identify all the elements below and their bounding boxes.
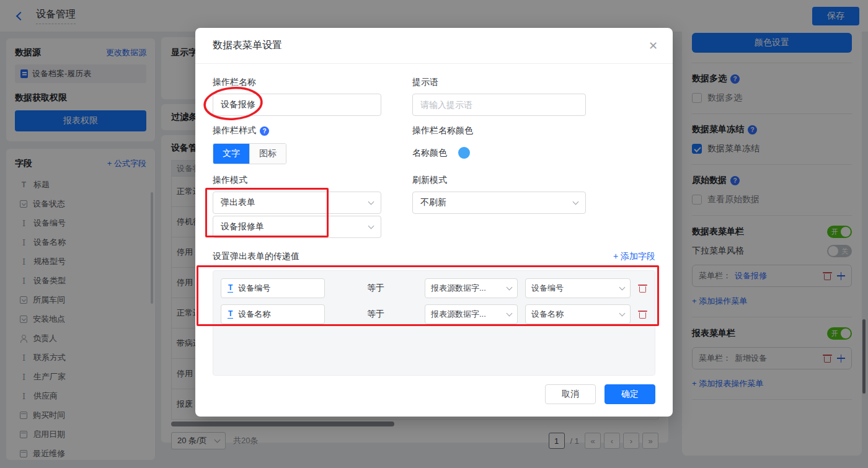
- target-form-value: 设备报修单: [221, 221, 264, 232]
- action-mode-select[interactable]: 弹出表单: [213, 192, 381, 214]
- source-field-select[interactable]: 设备名称: [525, 304, 631, 324]
- delete-row-icon[interactable]: [639, 311, 646, 319]
- chevron-down-icon: [619, 310, 626, 316]
- confirm-button[interactable]: 确定: [604, 384, 655, 404]
- text-field-icon: T: [228, 310, 233, 319]
- transfer-row: T 设备编号 等于 报表源数据字... 设备编号: [221, 278, 647, 298]
- target-form-select[interactable]: 设备报修单: [213, 216, 381, 238]
- source-field-value: 设备编号: [531, 283, 564, 294]
- refresh-mode-select[interactable]: 不刷新: [412, 192, 586, 214]
- source-type-select[interactable]: 报表源数据字...: [425, 304, 518, 324]
- transfer-field-input[interactable]: T 设备编号: [221, 278, 325, 298]
- source-field-select[interactable]: 设备编号: [525, 278, 631, 298]
- action-bar-style-label: 操作栏样式: [213, 125, 256, 136]
- source-type-value: 报表源数据字...: [431, 283, 486, 294]
- chevron-down-icon: [368, 198, 374, 205]
- refresh-mode-value: 不刷新: [420, 197, 446, 208]
- transfer-row: T 设备名称 等于 报表源数据字... 设备名称: [221, 304, 647, 324]
- source-type-value: 报表源数据字...: [431, 309, 486, 320]
- action-bar-name-label: 操作栏名称: [213, 76, 381, 89]
- chevron-down-icon: [507, 284, 513, 290]
- style-segmented-control: 文字 图标: [213, 143, 286, 164]
- chevron-down-icon: [619, 284, 626, 290]
- transfer-values-panel: T 设备编号 等于 报表源数据字... 设备编号: [213, 270, 655, 376]
- style-option-icon[interactable]: 图标: [249, 144, 286, 164]
- name-color-label: 名称颜色: [412, 148, 447, 159]
- transfer-values-label: 设置弹出表单的传递值: [213, 250, 299, 263]
- delete-row-icon[interactable]: [639, 285, 646, 293]
- style-option-text[interactable]: 文字: [213, 144, 249, 164]
- action-bar-name-input[interactable]: [213, 94, 381, 116]
- add-field-link[interactable]: + 添加字段: [613, 251, 655, 262]
- source-type-select[interactable]: 报表源数据字...: [425, 278, 518, 298]
- action-mode-label: 操作模式: [213, 174, 381, 187]
- close-icon[interactable]: [649, 40, 658, 51]
- chevron-down-icon: [507, 310, 513, 316]
- operator-label: 等于: [367, 283, 392, 294]
- chevron-down-icon: [573, 198, 579, 205]
- color-swatch[interactable]: [458, 147, 470, 159]
- source-field-value: 设备名称: [531, 309, 564, 320]
- action-bar-name-color-label: 操作栏名称颜色: [412, 125, 586, 137]
- chevron-down-icon: [368, 223, 374, 229]
- cancel-button[interactable]: 取消: [545, 384, 596, 404]
- transfer-field-value: 设备编号: [238, 283, 270, 294]
- text-field-icon: T: [228, 284, 233, 293]
- tip-label: 提示语: [412, 76, 586, 89]
- data-table-menu-settings-modal: 数据表菜单设置 操作栏名称 提示语 操作栏样式 文字 图标: [195, 28, 673, 417]
- action-mode-value: 弹出表单: [221, 197, 255, 208]
- modal-title: 数据表菜单设置: [213, 39, 282, 52]
- app-root: 设备管理 保存 数据源 更改数据源 设备档案-履历表 数据获取权限 报表权限 字…: [0, 0, 868, 468]
- refresh-mode-label: 刷新模式: [412, 174, 586, 187]
- tip-input[interactable]: [412, 94, 586, 116]
- transfer-field-value: 设备名称: [238, 309, 270, 320]
- help-icon[interactable]: [260, 126, 269, 136]
- transfer-field-input[interactable]: T 设备名称: [221, 304, 325, 324]
- operator-label: 等于: [367, 309, 392, 320]
